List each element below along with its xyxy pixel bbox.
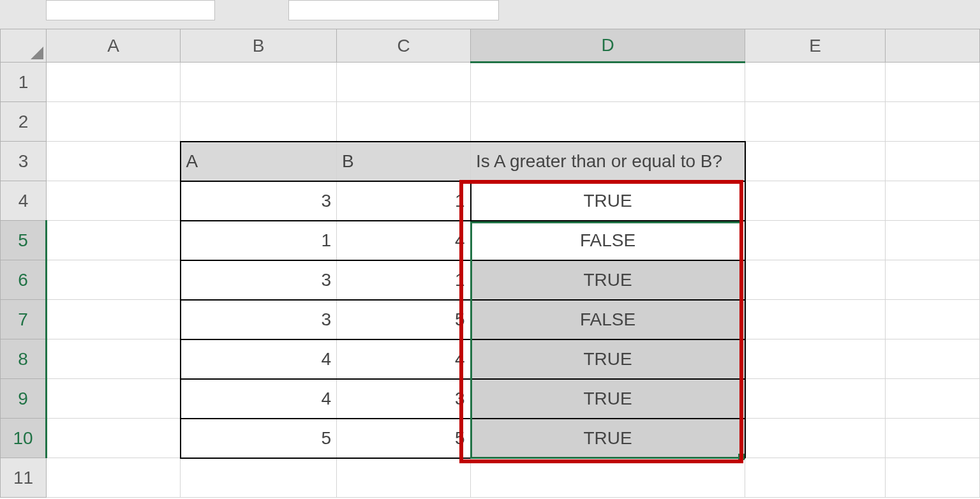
spreadsheet-grid[interactable]: A B C D E 1 2 bbox=[0, 29, 980, 499]
cell-A2[interactable] bbox=[47, 102, 181, 142]
cell-B4[interactable]: 3 bbox=[181, 181, 337, 221]
cell-A1[interactable] bbox=[47, 63, 181, 102]
name-box[interactable] bbox=[46, 0, 215, 20]
cell-A3[interactable] bbox=[47, 142, 181, 181]
cell-E10[interactable] bbox=[745, 419, 886, 458]
cell-F10[interactable] bbox=[886, 419, 980, 458]
cell-C6[interactable]: 1 bbox=[337, 260, 471, 300]
cell-C8[interactable]: 4 bbox=[337, 339, 471, 379]
cell-C9[interactable]: 3 bbox=[337, 379, 471, 419]
cell-A4[interactable] bbox=[47, 181, 181, 221]
col-header-E[interactable]: E bbox=[745, 29, 886, 63]
row-header-8[interactable]: 8 bbox=[1, 339, 47, 379]
cell-D8[interactable]: TRUE bbox=[471, 339, 745, 379]
cell-E3[interactable] bbox=[745, 142, 886, 181]
cell-C3[interactable]: B bbox=[337, 142, 471, 181]
select-all-corner[interactable] bbox=[1, 29, 47, 63]
cell-C2[interactable] bbox=[337, 102, 471, 142]
cell-F4[interactable] bbox=[886, 181, 980, 221]
cell-B10[interactable]: 5 bbox=[181, 419, 337, 458]
column-headers-row: A B C D E bbox=[1, 29, 980, 63]
cell-B5[interactable]: 1 bbox=[181, 221, 337, 260]
row-header-2[interactable]: 2 bbox=[1, 102, 47, 142]
cell-C4[interactable]: 1 bbox=[337, 181, 471, 221]
cell-B9[interactable]: 4 bbox=[181, 379, 337, 419]
cell-E9[interactable] bbox=[745, 379, 886, 419]
cell-C1[interactable] bbox=[337, 63, 471, 102]
cell-F1[interactable] bbox=[886, 63, 980, 102]
formula-input[interactable] bbox=[288, 0, 499, 20]
cell-B7[interactable]: 3 bbox=[181, 300, 337, 339]
cell-A8[interactable] bbox=[47, 339, 181, 379]
cell-B3[interactable]: A bbox=[181, 142, 337, 181]
cell-B1[interactable] bbox=[181, 63, 337, 102]
row-header-1[interactable]: 1 bbox=[1, 63, 47, 102]
row-header-11[interactable]: 11 bbox=[1, 458, 47, 498]
cell-E2[interactable] bbox=[745, 102, 886, 142]
cell-F11[interactable] bbox=[886, 458, 980, 498]
row-header-9[interactable]: 9 bbox=[1, 379, 47, 419]
cell-F3[interactable] bbox=[886, 142, 980, 181]
cell-F6[interactable] bbox=[886, 260, 980, 300]
cell-C10[interactable]: 5 bbox=[337, 419, 471, 458]
cell-F8[interactable] bbox=[886, 339, 980, 379]
row-header-4[interactable]: 4 bbox=[1, 181, 47, 221]
col-header-C[interactable]: C bbox=[337, 29, 471, 63]
cell-F7[interactable] bbox=[886, 300, 980, 339]
row-header-6[interactable]: 6 bbox=[1, 260, 47, 300]
cell-F9[interactable] bbox=[886, 379, 980, 419]
cell-B6[interactable]: 3 bbox=[181, 260, 337, 300]
cell-A11[interactable] bbox=[47, 458, 181, 498]
cell-B2[interactable] bbox=[181, 102, 337, 142]
cell-F2[interactable] bbox=[886, 102, 980, 142]
cell-C5[interactable]: 4 bbox=[337, 221, 471, 260]
cell-D6[interactable]: TRUE bbox=[471, 260, 745, 300]
row-header-3[interactable]: 3 bbox=[1, 142, 47, 181]
cell-E8[interactable] bbox=[745, 339, 886, 379]
cell-A7[interactable] bbox=[47, 300, 181, 339]
cell-D3[interactable]: Is A greater than or equal to B? bbox=[471, 142, 745, 181]
col-header-B[interactable]: B bbox=[181, 29, 337, 63]
cell-D2[interactable] bbox=[471, 102, 745, 142]
cell-D11[interactable] bbox=[471, 458, 745, 498]
cell-E1[interactable] bbox=[745, 63, 886, 102]
row-header-5[interactable]: 5 bbox=[1, 221, 47, 260]
cell-D1[interactable] bbox=[471, 63, 745, 102]
cell-B8[interactable]: 4 bbox=[181, 339, 337, 379]
formula-bar-area bbox=[0, 0, 980, 29]
cell-A9[interactable] bbox=[47, 379, 181, 419]
cell-A6[interactable] bbox=[47, 260, 181, 300]
cell-A5[interactable] bbox=[47, 221, 181, 260]
cell-E5[interactable] bbox=[745, 221, 886, 260]
cell-D9[interactable]: TRUE bbox=[471, 379, 745, 419]
col-header-F[interactable] bbox=[886, 29, 980, 63]
cell-E6[interactable] bbox=[745, 260, 886, 300]
fx-buttons[interactable] bbox=[225, 0, 282, 20]
col-header-D[interactable]: D bbox=[471, 29, 745, 63]
cell-E4[interactable] bbox=[745, 181, 886, 221]
cell-D10[interactable]: TRUE bbox=[471, 419, 745, 458]
cell-E7[interactable] bbox=[745, 300, 886, 339]
cell-D5[interactable]: FALSE bbox=[471, 221, 745, 260]
row-header-10[interactable]: 10 bbox=[1, 419, 47, 458]
cell-D4[interactable]: TRUE bbox=[471, 181, 745, 221]
cell-D7[interactable]: FALSE bbox=[471, 300, 745, 339]
cell-B11[interactable] bbox=[181, 458, 337, 498]
row-header-7[interactable]: 7 bbox=[1, 300, 47, 339]
cell-A10[interactable] bbox=[47, 419, 181, 458]
cell-E11[interactable] bbox=[745, 458, 886, 498]
cell-C11[interactable] bbox=[337, 458, 471, 498]
cell-C7[interactable]: 5 bbox=[337, 300, 471, 339]
col-header-A[interactable]: A bbox=[47, 29, 181, 63]
cell-F5[interactable] bbox=[886, 221, 980, 260]
